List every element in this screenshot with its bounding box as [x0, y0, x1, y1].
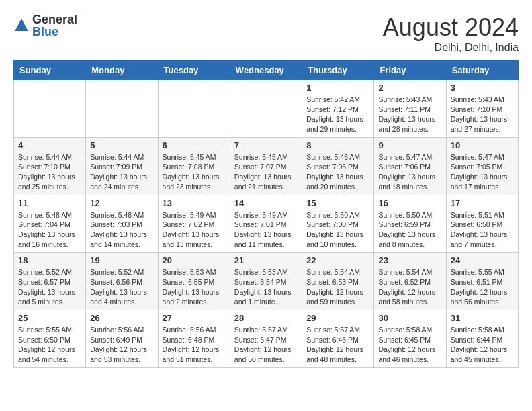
- calendar-cell: 14Sunrise: 5:49 AM Sunset: 7:01 PM Dayli…: [230, 195, 302, 253]
- calendar-cell: 18Sunrise: 5:52 AM Sunset: 6:57 PM Dayli…: [14, 253, 86, 310]
- day-number: 28: [234, 313, 298, 323]
- day-number: 4: [18, 140, 81, 150]
- day-number: 21: [234, 255, 298, 265]
- cell-info: Sunrise: 5:43 AM Sunset: 7:11 PM Dayligh…: [378, 95, 441, 134]
- calendar-cell: [158, 80, 230, 138]
- calendar-cell: 9Sunrise: 5:47 AM Sunset: 7:06 PM Daylig…: [374, 137, 446, 195]
- day-number: 19: [90, 255, 153, 265]
- calendar-cell: 16Sunrise: 5:50 AM Sunset: 6:59 PM Dayli…: [374, 195, 446, 253]
- day-number: 13: [163, 198, 226, 208]
- calendar-cell: 6Sunrise: 5:45 AM Sunset: 7:08 PM Daylig…: [158, 137, 230, 195]
- cell-info: Sunrise: 5:51 AM Sunset: 6:58 PM Dayligh…: [451, 210, 514, 250]
- cell-info: Sunrise: 5:45 AM Sunset: 7:08 PM Dayligh…: [163, 152, 226, 192]
- cell-info: Sunrise: 5:44 AM Sunset: 7:09 PM Dayligh…: [90, 152, 153, 192]
- calendar-cell: 7Sunrise: 5:45 AM Sunset: 7:07 PM Daylig…: [230, 137, 302, 195]
- calendar-cell: 27Sunrise: 5:56 AM Sunset: 6:48 PM Dayli…: [158, 310, 230, 368]
- day-number: 16: [378, 198, 441, 208]
- day-number: 25: [18, 313, 81, 323]
- header-cell-thursday: Thursday: [302, 61, 374, 80]
- calendar-cell: 5Sunrise: 5:44 AM Sunset: 7:09 PM Daylig…: [86, 137, 158, 195]
- cell-info: Sunrise: 5:47 AM Sunset: 7:06 PM Dayligh…: [378, 152, 441, 192]
- cell-info: Sunrise: 5:42 AM Sunset: 7:12 PM Dayligh…: [306, 95, 369, 134]
- cell-info: Sunrise: 5:46 AM Sunset: 7:06 PM Dayligh…: [306, 152, 369, 192]
- cell-info: Sunrise: 5:56 AM Sunset: 6:49 PM Dayligh…: [90, 325, 153, 365]
- logo-text: General Blue: [32, 13, 77, 38]
- cell-info: Sunrise: 5:45 AM Sunset: 7:07 PM Dayligh…: [234, 152, 298, 192]
- page-header: General Blue August 2024 Delhi, Delhi, I…: [13, 13, 519, 54]
- cell-info: Sunrise: 5:55 AM Sunset: 6:50 PM Dayligh…: [18, 325, 81, 365]
- calendar-cell: 10Sunrise: 5:47 AM Sunset: 7:05 PM Dayli…: [446, 137, 518, 195]
- calendar-cell: 24Sunrise: 5:55 AM Sunset: 6:51 PM Dayli…: [446, 253, 518, 310]
- day-number: 31: [451, 313, 514, 323]
- logo-icon: [13, 17, 30, 34]
- calendar-cell: 28Sunrise: 5:57 AM Sunset: 6:47 PM Dayli…: [230, 310, 302, 368]
- cell-info: Sunrise: 5:55 AM Sunset: 6:51 PM Dayligh…: [451, 267, 514, 307]
- day-number: 23: [378, 255, 441, 265]
- title-block: August 2024 Delhi, Delhi, India: [383, 13, 519, 54]
- calendar-cell: 31Sunrise: 5:58 AM Sunset: 6:44 PM Dayli…: [446, 310, 518, 368]
- day-number: 10: [451, 140, 514, 150]
- cell-info: Sunrise: 5:49 AM Sunset: 7:01 PM Dayligh…: [234, 210, 298, 250]
- day-number: 22: [306, 255, 369, 265]
- calendar-cell: 19Sunrise: 5:52 AM Sunset: 6:56 PM Dayli…: [86, 253, 158, 310]
- cell-info: Sunrise: 5:57 AM Sunset: 6:47 PM Dayligh…: [234, 325, 298, 365]
- day-number: 6: [163, 140, 226, 150]
- cell-info: Sunrise: 5:49 AM Sunset: 7:02 PM Dayligh…: [163, 210, 226, 250]
- header-cell-sunday: Sunday: [14, 61, 86, 80]
- calendar-cell: 23Sunrise: 5:54 AM Sunset: 6:52 PM Dayli…: [374, 253, 446, 310]
- day-number: 29: [306, 313, 369, 323]
- cell-info: Sunrise: 5:58 AM Sunset: 6:45 PM Dayligh…: [378, 325, 441, 365]
- header-cell-saturday: Saturday: [446, 61, 518, 80]
- day-number: 7: [234, 140, 298, 150]
- calendar-cell: 8Sunrise: 5:46 AM Sunset: 7:06 PM Daylig…: [302, 137, 374, 195]
- calendar-cell: 20Sunrise: 5:53 AM Sunset: 6:55 PM Dayli…: [158, 253, 230, 310]
- calendar-cell: 22Sunrise: 5:54 AM Sunset: 6:53 PM Dayli…: [302, 253, 374, 310]
- calendar-cell: 17Sunrise: 5:51 AM Sunset: 6:58 PM Dayli…: [446, 195, 518, 253]
- calendar-cell: 3Sunrise: 5:43 AM Sunset: 7:10 PM Daylig…: [446, 80, 518, 138]
- calendar-cell: 26Sunrise: 5:56 AM Sunset: 6:49 PM Dayli…: [86, 310, 158, 368]
- day-number: 18: [18, 255, 81, 265]
- cell-info: Sunrise: 5:56 AM Sunset: 6:48 PM Dayligh…: [163, 325, 226, 365]
- day-number: 27: [163, 313, 226, 323]
- calendar-cell: 11Sunrise: 5:48 AM Sunset: 7:04 PM Dayli…: [14, 195, 86, 253]
- calendar-cell: 29Sunrise: 5:57 AM Sunset: 6:46 PM Dayli…: [302, 310, 374, 368]
- calendar-cell: 2Sunrise: 5:43 AM Sunset: 7:11 PM Daylig…: [374, 80, 446, 138]
- calendar-cell: 21Sunrise: 5:53 AM Sunset: 6:54 PM Dayli…: [230, 253, 302, 310]
- day-number: 26: [90, 313, 153, 323]
- day-number: 11: [18, 198, 81, 208]
- header-cell-monday: Monday: [86, 61, 158, 80]
- week-row-3: 11Sunrise: 5:48 AM Sunset: 7:04 PM Dayli…: [14, 195, 519, 253]
- calendar-cell: [86, 80, 158, 138]
- cell-info: Sunrise: 5:48 AM Sunset: 7:04 PM Dayligh…: [18, 210, 81, 250]
- cell-info: Sunrise: 5:50 AM Sunset: 6:59 PM Dayligh…: [378, 210, 441, 250]
- logo: General Blue: [13, 13, 77, 38]
- location: Delhi, Delhi, India: [383, 42, 519, 54]
- cell-info: Sunrise: 5:54 AM Sunset: 6:53 PM Dayligh…: [306, 267, 369, 307]
- cell-info: Sunrise: 5:50 AM Sunset: 7:00 PM Dayligh…: [306, 210, 369, 250]
- calendar-cell: [230, 80, 302, 138]
- cell-info: Sunrise: 5:47 AM Sunset: 7:05 PM Dayligh…: [451, 152, 514, 192]
- day-number: 3: [451, 83, 514, 93]
- cell-info: Sunrise: 5:58 AM Sunset: 6:44 PM Dayligh…: [451, 325, 514, 365]
- day-number: 20: [163, 255, 226, 265]
- cell-info: Sunrise: 5:52 AM Sunset: 6:56 PM Dayligh…: [90, 267, 153, 307]
- week-row-4: 18Sunrise: 5:52 AM Sunset: 6:57 PM Dayli…: [14, 253, 519, 310]
- day-number: 12: [90, 198, 153, 208]
- header-cell-wednesday: Wednesday: [230, 61, 302, 80]
- day-number: 15: [306, 198, 369, 208]
- svg-marker-0: [15, 19, 28, 31]
- header-cell-tuesday: Tuesday: [158, 61, 230, 80]
- logo-general: General: [32, 13, 77, 26]
- cell-info: Sunrise: 5:54 AM Sunset: 6:52 PM Dayligh…: [378, 267, 441, 307]
- calendar-cell: 4Sunrise: 5:44 AM Sunset: 7:10 PM Daylig…: [14, 137, 86, 195]
- day-number: 1: [306, 83, 369, 93]
- day-number: 5: [90, 140, 153, 150]
- calendar-cell: 13Sunrise: 5:49 AM Sunset: 7:02 PM Dayli…: [158, 195, 230, 253]
- calendar-cell: 1Sunrise: 5:42 AM Sunset: 7:12 PM Daylig…: [302, 80, 374, 138]
- week-row-5: 25Sunrise: 5:55 AM Sunset: 6:50 PM Dayli…: [14, 310, 519, 368]
- day-number: 14: [234, 198, 298, 208]
- day-number: 2: [378, 83, 441, 93]
- cell-info: Sunrise: 5:48 AM Sunset: 7:03 PM Dayligh…: [90, 210, 153, 250]
- header-cell-friday: Friday: [374, 61, 446, 80]
- day-number: 8: [306, 140, 369, 150]
